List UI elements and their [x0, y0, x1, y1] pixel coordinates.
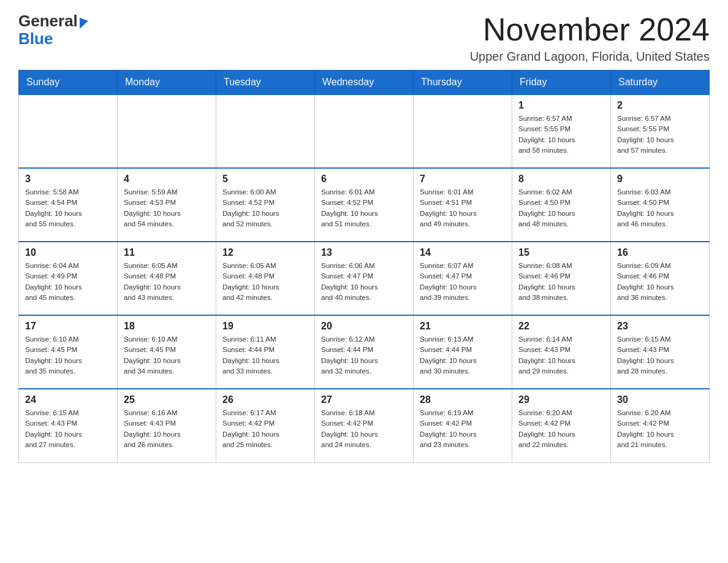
day-number: 15 [518, 247, 604, 258]
day-info: Sunrise: 6:13 AMSunset: 4:44 PMDaylight:… [420, 334, 506, 377]
day-number: 20 [321, 321, 407, 332]
day-number: 18 [124, 321, 210, 332]
day-number: 1 [518, 100, 604, 111]
calendar-cell: 11Sunrise: 6:05 AMSunset: 4:48 PMDayligh… [118, 242, 216, 315]
calendar-cell: 2Sunrise: 6:57 AMSunset: 5:55 PMDaylight… [611, 94, 710, 168]
col-header-tuesday: Tuesday [216, 71, 315, 95]
day-info: Sunrise: 5:59 AMSunset: 4:53 PMDaylight:… [124, 187, 210, 229]
day-info: Sunrise: 6:02 AMSunset: 4:50 PMDaylight:… [518, 187, 604, 229]
day-info: Sunrise: 5:58 AMSunset: 4:54 PMDaylight:… [25, 187, 111, 229]
calendar-header-row: SundayMondayTuesdayWednesdayThursdayFrid… [19, 71, 710, 95]
day-number: 2 [617, 100, 703, 111]
col-header-saturday: Saturday [611, 71, 710, 95]
calendar-cell: 14Sunrise: 6:07 AMSunset: 4:47 PMDayligh… [414, 242, 512, 315]
location-subtitle: Upper Grand Lagoon, Florida, United Stat… [470, 50, 710, 64]
day-info: Sunrise: 6:00 AMSunset: 4:52 PMDaylight:… [222, 187, 308, 229]
day-info: Sunrise: 6:11 AMSunset: 4:44 PMDaylight:… [222, 334, 308, 377]
day-info: Sunrise: 6:57 AMSunset: 5:55 PMDaylight:… [617, 113, 703, 156]
day-number: 27 [321, 394, 407, 405]
logo: General Blue [18, 12, 88, 47]
col-header-wednesday: Wednesday [315, 71, 414, 95]
month-title: November 2024 [470, 12, 710, 47]
day-info: Sunrise: 6:16 AMSunset: 4:43 PMDaylight:… [124, 408, 210, 450]
day-number: 16 [617, 247, 703, 258]
calendar-cell: 5Sunrise: 6:00 AMSunset: 4:52 PMDaylight… [216, 168, 315, 242]
day-info: Sunrise: 6:19 AMSunset: 4:42 PMDaylight:… [420, 408, 506, 450]
day-info: Sunrise: 6:14 AMSunset: 4:43 PMDaylight:… [518, 334, 604, 377]
calendar-cell: 9Sunrise: 6:03 AMSunset: 4:50 PMDaylight… [611, 168, 710, 242]
calendar-cell [216, 94, 315, 168]
day-number: 29 [518, 394, 604, 405]
calendar-cell: 26Sunrise: 6:17 AMSunset: 4:42 PMDayligh… [216, 389, 315, 462]
col-header-friday: Friday [512, 71, 611, 95]
day-number: 7 [420, 174, 506, 185]
day-number: 10 [25, 247, 111, 258]
day-info: Sunrise: 6:05 AMSunset: 4:48 PMDaylight:… [222, 261, 308, 303]
day-number: 5 [222, 174, 308, 185]
day-number: 28 [420, 394, 506, 405]
week-row-1: 1Sunrise: 6:57 AMSunset: 5:55 PMDaylight… [19, 94, 710, 168]
calendar-cell: 24Sunrise: 6:15 AMSunset: 4:43 PMDayligh… [19, 389, 118, 462]
week-row-3: 10Sunrise: 6:04 AMSunset: 4:49 PMDayligh… [19, 242, 710, 315]
day-number: 14 [420, 247, 506, 258]
day-number: 9 [617, 174, 703, 185]
day-info: Sunrise: 6:03 AMSunset: 4:50 PMDaylight:… [617, 187, 703, 229]
calendar-cell: 7Sunrise: 6:01 AMSunset: 4:51 PMDaylight… [414, 168, 512, 242]
calendar-cell: 10Sunrise: 6:04 AMSunset: 4:49 PMDayligh… [19, 242, 118, 315]
day-info: Sunrise: 6:15 AMSunset: 4:43 PMDaylight:… [25, 408, 111, 450]
calendar-cell: 8Sunrise: 6:02 AMSunset: 4:50 PMDaylight… [512, 168, 611, 242]
day-info: Sunrise: 6:01 AMSunset: 4:51 PMDaylight:… [420, 187, 506, 229]
calendar-cell [118, 94, 216, 168]
calendar-cell: 18Sunrise: 6:10 AMSunset: 4:45 PMDayligh… [118, 315, 216, 389]
calendar-cell [315, 94, 414, 168]
day-info: Sunrise: 6:06 AMSunset: 4:47 PMDaylight:… [321, 261, 407, 303]
day-info: Sunrise: 6:01 AMSunset: 4:52 PMDaylight:… [321, 187, 407, 229]
page-header: General Blue November 2024 Upper Grand L… [18, 12, 710, 64]
day-info: Sunrise: 6:10 AMSunset: 4:45 PMDaylight:… [25, 334, 111, 377]
calendar-cell: 22Sunrise: 6:14 AMSunset: 4:43 PMDayligh… [512, 315, 611, 389]
day-number: 17 [25, 321, 111, 332]
calendar-cell: 29Sunrise: 6:20 AMSunset: 4:42 PMDayligh… [512, 389, 611, 462]
day-number: 4 [124, 174, 210, 185]
title-section: November 2024 Upper Grand Lagoon, Florid… [470, 12, 710, 64]
day-number: 3 [25, 174, 111, 185]
day-number: 13 [321, 247, 407, 258]
calendar-cell: 3Sunrise: 5:58 AMSunset: 4:54 PMDaylight… [19, 168, 118, 242]
day-info: Sunrise: 6:18 AMSunset: 4:42 PMDaylight:… [321, 408, 407, 450]
logo-text: General [18, 12, 88, 30]
day-number: 26 [222, 394, 308, 405]
calendar-cell: 16Sunrise: 6:09 AMSunset: 4:46 PMDayligh… [611, 242, 710, 315]
calendar-cell: 12Sunrise: 6:05 AMSunset: 4:48 PMDayligh… [216, 242, 315, 315]
day-number: 11 [124, 247, 210, 258]
day-info: Sunrise: 6:09 AMSunset: 4:46 PMDaylight:… [617, 261, 703, 303]
day-info: Sunrise: 6:08 AMSunset: 4:46 PMDaylight:… [518, 261, 604, 303]
day-number: 30 [617, 394, 703, 405]
col-header-monday: Monday [118, 71, 216, 95]
day-info: Sunrise: 6:12 AMSunset: 4:44 PMDaylight:… [321, 334, 407, 377]
day-number: 8 [518, 174, 604, 185]
calendar-cell: 27Sunrise: 6:18 AMSunset: 4:42 PMDayligh… [315, 389, 414, 462]
day-number: 25 [124, 394, 210, 405]
col-header-thursday: Thursday [414, 71, 512, 95]
day-info: Sunrise: 6:04 AMSunset: 4:49 PMDaylight:… [25, 261, 111, 303]
day-number: 24 [25, 394, 111, 405]
day-number: 19 [222, 321, 308, 332]
day-info: Sunrise: 6:17 AMSunset: 4:42 PMDaylight:… [222, 408, 308, 450]
calendar-cell: 13Sunrise: 6:06 AMSunset: 4:47 PMDayligh… [315, 242, 414, 315]
calendar-cell: 28Sunrise: 6:19 AMSunset: 4:42 PMDayligh… [414, 389, 512, 462]
day-info: Sunrise: 6:57 AMSunset: 5:55 PMDaylight:… [518, 113, 604, 156]
day-number: 22 [518, 321, 604, 332]
day-number: 23 [617, 321, 703, 332]
calendar-cell: 1Sunrise: 6:57 AMSunset: 5:55 PMDaylight… [512, 94, 611, 168]
day-info: Sunrise: 6:20 AMSunset: 4:42 PMDaylight:… [617, 408, 703, 450]
calendar-cell: 20Sunrise: 6:12 AMSunset: 4:44 PMDayligh… [315, 315, 414, 389]
calendar-cell: 23Sunrise: 6:15 AMSunset: 4:43 PMDayligh… [611, 315, 710, 389]
day-info: Sunrise: 6:20 AMSunset: 4:42 PMDaylight:… [518, 408, 604, 450]
calendar-cell: 15Sunrise: 6:08 AMSunset: 4:46 PMDayligh… [512, 242, 611, 315]
calendar-cell: 19Sunrise: 6:11 AMSunset: 4:44 PMDayligh… [216, 315, 315, 389]
calendar-table: SundayMondayTuesdayWednesdayThursdayFrid… [18, 70, 710, 463]
day-info: Sunrise: 6:07 AMSunset: 4:47 PMDaylight:… [420, 261, 506, 303]
day-info: Sunrise: 6:15 AMSunset: 4:43 PMDaylight:… [617, 334, 703, 377]
week-row-5: 24Sunrise: 6:15 AMSunset: 4:43 PMDayligh… [19, 389, 710, 462]
calendar-cell [414, 94, 512, 168]
